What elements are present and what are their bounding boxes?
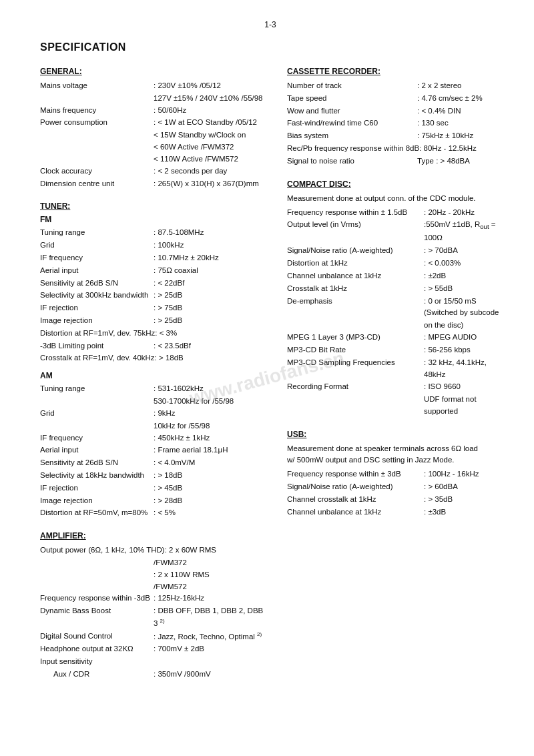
section-general: GENERAL: Mains voltage : 230V ±10% /05/1… (40, 67, 267, 190)
table-row: IF rejection : > 75dB (40, 302, 267, 314)
table-row: Tape speed : 4.76 cm/sec ± 2% (287, 93, 501, 105)
table-row: Wow and flutter : < 0.4% DIN (287, 105, 501, 117)
page-title: SPECIFICATION (40, 41, 501, 53)
table-row: Distortion at 1kHz : < 0.003% (287, 258, 501, 270)
table-row: Aux / CDR : 350mV /900mV (40, 669, 267, 681)
section-title-compact-disc: COMPACT DISC: (287, 179, 501, 189)
table-row: Recording Format : ISO 9660 (287, 381, 501, 393)
table-row: < 60W Active /FWM372 (154, 141, 267, 153)
table-row: Channel unbalance at 1kHz : ±3dB (287, 506, 501, 518)
table-row: Distortion at RF=50mV, m=80% : < 5% (40, 507, 267, 519)
table-row: : 2 x 110W RMS (154, 569, 267, 581)
table-row: Signal to noise ratio Type : > 48dBA (287, 155, 501, 167)
subsection-title-am: AM (40, 371, 267, 380)
table-row: supported (424, 406, 501, 418)
section-title-amplifier: AMPLIFIER: (40, 531, 267, 540)
table-row: Headphone output at 32KΩ : 700mV ± 2dB (40, 643, 267, 655)
table-row: Rec/Pb frequency response within 8dB : 8… (287, 143, 501, 155)
table-row: Image rejection : > 28dB (40, 495, 267, 507)
section-usb: USB: Measurement done at speaker termina… (287, 430, 501, 518)
table-row: 48kHz (424, 369, 501, 381)
section-title-general: GENERAL: (40, 67, 267, 76)
table-row: MPEG 1 Layer 3 (MP3-CD) : MPEG AUDIO (287, 332, 501, 344)
table-row: < 15W Standby w/Clock on (154, 129, 267, 141)
table-row: Channel unbalance at 1kHz : ±2dB (287, 270, 501, 282)
table-row: Output power (6Ω, 1 kHz, 10% THD) : 2 x … (40, 544, 267, 556)
table-row: Frequency response within ± 3dB : 100Hz … (287, 468, 501, 480)
table-row: Input sensitivity (40, 656, 267, 668)
right-column: CASSETTE RECORDER: Number of track : 2 x… (287, 67, 501, 693)
table-row: De-emphasis : 0 or 15/50 mS (Switched by… (287, 296, 501, 320)
table-row: MP3-CD Sampling Frequencies : 32 kHz, 44… (287, 357, 501, 369)
table-row: Channel crosstalk at 1kHz : > 35dB (287, 494, 501, 506)
table-row: Fast-wind/rewind time C60 : 130 sec (287, 117, 501, 129)
section-title-cassette: CASSETTE RECORDER: (287, 67, 501, 76)
page-number: 1-3 (40, 20, 501, 29)
section-intro: Measurement done at speaker terminals ac… (287, 443, 501, 467)
table-row: Signal/Noise ratio (A-weighted) : > 60dB… (287, 481, 501, 493)
table-row: Frequency response within ± 1.5dB : 20Hz… (287, 207, 501, 219)
table-row: /FWM572 (154, 581, 267, 593)
table-row: Aerial input : Frame aerial 18.1μH (40, 444, 267, 456)
table-row: Crosstalk at RF=1mV, dev. 40kHz : > 18dB (40, 352, 267, 364)
table-row: Frequency response within -3dB : 125Hz-1… (40, 593, 267, 605)
table-row: Aerial input : 75Ω coaxial (40, 265, 267, 277)
table-row: IF rejection : > 45dB (40, 482, 267, 494)
table-row: 530-1700kHz for /55/98 (154, 396, 267, 408)
table-row: UDF format not (424, 394, 501, 406)
table-row: Dynamic Bass Boost : DBB OFF, DBB 1, DBB… (40, 605, 267, 629)
table-row: -3dB Limiting point : < 23.5dBf (40, 340, 267, 352)
table-row: Number of track : 2 x 2 stereo (287, 80, 501, 92)
table-row: Grid : 9kHz (40, 408, 267, 420)
table-row: Clock accuracy : < 2 seconds per day (40, 165, 267, 177)
table-row: Digital Sound Control : Jazz, Rock, Tech… (40, 631, 267, 643)
table-row: 10kHz for /55/98 (154, 420, 267, 432)
table-row: Sensitivity at 26dB S/N : < 22dBf (40, 278, 267, 290)
table-row: Sensitivity at 26dB S/N : < 4.0mV/M (40, 457, 267, 469)
table-row: /FWM372 (154, 557, 267, 569)
table-row: IF frequency : 450kHz ± 1kHz (40, 432, 267, 444)
table-row: Crosstalk at 1kHz : > 55dB (287, 283, 501, 295)
table-row: 127V ±15% / 240V ±10% /55/98 (154, 93, 267, 105)
table-row: on the disc) (424, 320, 501, 332)
section-intro: Measurement done at output conn. of the … (287, 193, 501, 205)
subsection-title-fm: FM (40, 215, 267, 224)
table-row: Tuning range : 531-1602kHz (40, 383, 267, 395)
table-row: < 110W Active /FWM572 (154, 153, 267, 165)
section-tuner: TUNER: FM Tuning range : 87.5-108MHz Gri… (40, 202, 267, 519)
section-title-tuner: TUNER: (40, 202, 267, 211)
table-row: MP3-CD Bit Rate : 56-256 kbps (287, 344, 501, 356)
table-row: Signal/Noise ratio (A-weighted) : > 70dB… (287, 245, 501, 257)
table-row: Tuning range : 87.5-108MHz (40, 227, 267, 239)
section-title-usb: USB: (287, 430, 501, 439)
table-row: Grid : 100kHz (40, 240, 267, 252)
table-row: Dimension centre unit : 265(W) x 310(H) … (40, 178, 267, 190)
table-row: Selectivity at 18kHz bandwidth : > 18dB (40, 470, 267, 482)
table-row: Image rejection : > 25dB (40, 315, 267, 327)
table-row: Bias system : 75kHz ± 10kHz (287, 130, 501, 142)
left-column: GENERAL: Mains voltage : 230V ±10% /05/1… (40, 67, 267, 693)
section-cassette: CASSETTE RECORDER: Number of track : 2 x… (287, 67, 501, 167)
section-amplifier: AMPLIFIER: Output power (6Ω, 1 kHz, 10% … (40, 531, 267, 681)
section-compact-disc: COMPACT DISC: Measurement done at output… (287, 179, 501, 418)
table-row: Selectivity at 300kHz bandwidth : > 25dB (40, 290, 267, 302)
table-row: Power consumption : < 1W at ECO Standby … (40, 117, 267, 129)
table-row: Mains frequency : 50/60Hz (40, 105, 267, 117)
table-row: IF frequency : 10.7MHz ± 20kHz (40, 252, 267, 264)
table-row: Distortion at RF=1mV, dev. 75kHz : < 3% (40, 328, 267, 340)
table-row: Output level (in Vrms) :550mV ±1dB, Rout… (287, 219, 501, 244)
table-row: Mains voltage : 230V ±10% /05/12 (40, 80, 267, 92)
